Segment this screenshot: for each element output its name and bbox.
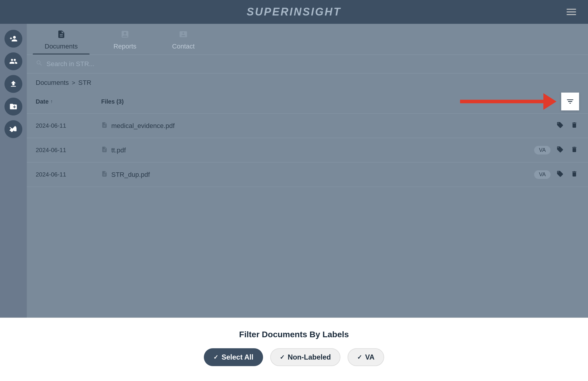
breadcrumb-current: STR (78, 79, 91, 87)
col-files-header: Files (3) (101, 98, 340, 105)
breadcrumb-separator: > (72, 79, 75, 86)
table-header: Date ↑ Files (3) (27, 90, 588, 114)
arrow-body (460, 100, 543, 103)
sidebar-btn-group[interactable] (4, 52, 22, 70)
file-actions (555, 120, 579, 131)
check-icon: ✓ (280, 354, 285, 361)
chip-non-labeled[interactable]: ✓ Non-Labeled (270, 348, 340, 366)
hamburger-menu[interactable] (567, 9, 576, 15)
file-table: Date ↑ Files (3) 2024-06-11 (27, 90, 588, 318)
arrow-indicator (460, 93, 556, 110)
tab-contact[interactable]: Contact (154, 27, 212, 54)
file-row: 2024-06-11 tt.pdf VA (27, 138, 588, 163)
app-title: SUPERINSIGHT (247, 6, 341, 18)
chip-select-all[interactable]: ✓ Select All (204, 348, 263, 366)
chip-va[interactable]: ✓ VA (348, 348, 384, 366)
main-area: Documents Reports Contact (0, 24, 588, 318)
filter-button[interactable] (561, 93, 579, 110)
reports-icon (121, 30, 129, 41)
check-icon: ✓ (213, 354, 218, 361)
file-row: 2024-06-11 medical_evidence.pdf (27, 114, 588, 138)
chip-select-all-label: Select All (221, 353, 253, 361)
arrow-head (543, 93, 556, 110)
tab-documents[interactable]: Documents (27, 27, 96, 54)
file-date: 2024-06-11 (36, 122, 101, 129)
breadcrumb: Documents > STR (27, 74, 588, 90)
tag-button[interactable] (555, 120, 565, 131)
sidebar-btn-add-person[interactable] (4, 30, 22, 48)
delete-button[interactable] (570, 120, 579, 131)
chip-va-label: VA (365, 353, 375, 361)
sidebar (0, 24, 27, 318)
breadcrumb-root[interactable]: Documents (36, 79, 69, 87)
tab-reports[interactable]: Reports (96, 27, 154, 54)
filter-options: ✓ Select All ✓ Non-Labeled ✓ VA (204, 348, 384, 366)
file-row: 2024-06-11 STR_dup.pdf VA (27, 163, 588, 187)
tag-button[interactable] (555, 145, 565, 156)
va-badge: VA (534, 170, 551, 179)
sidebar-btn-add-folder[interactable] (4, 98, 22, 115)
content-panel: Documents Reports Contact (27, 24, 588, 318)
file-actions: VA (534, 145, 579, 156)
tab-contact-label: Contact (172, 43, 195, 50)
filter-panel: Filter Documents By Labels ✓ Select All … (0, 318, 588, 381)
contact-icon (179, 30, 188, 41)
search-icon (36, 60, 43, 68)
va-badge: VA (534, 146, 551, 154)
tab-documents-label: Documents (45, 43, 78, 50)
check-icon: ✓ (357, 354, 362, 361)
search-bar (27, 55, 588, 74)
file-doc-icon (101, 171, 108, 179)
tab-reports-label: Reports (113, 43, 136, 50)
search-input[interactable] (46, 60, 579, 68)
col-date-header[interactable]: Date ↑ (36, 98, 101, 105)
file-name[interactable]: STR_dup.pdf (101, 171, 534, 179)
file-name[interactable]: tt.pdf (101, 146, 534, 154)
sidebar-btn-camera-off[interactable] (4, 120, 22, 138)
file-name[interactable]: medical_evidence.pdf (101, 122, 555, 130)
file-doc-icon (101, 146, 108, 154)
file-date: 2024-06-11 (36, 171, 101, 178)
file-doc-icon (101, 122, 108, 130)
tag-button[interactable] (555, 169, 565, 180)
delete-button[interactable] (570, 145, 579, 156)
tab-bar: Documents Reports Contact (27, 24, 588, 55)
header-bar: SUPERINSIGHT (0, 0, 588, 24)
file-date: 2024-06-11 (36, 147, 101, 154)
chip-non-labeled-label: Non-Labeled (288, 353, 331, 361)
sidebar-btn-upload[interactable] (4, 75, 22, 93)
file-actions: VA (534, 169, 579, 180)
documents-icon (57, 30, 66, 41)
delete-button[interactable] (570, 169, 579, 180)
filter-title: Filter Documents By Labels (239, 330, 349, 339)
